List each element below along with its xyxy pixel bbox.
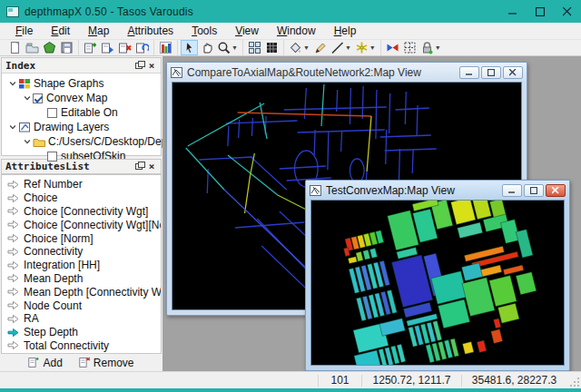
attribute-item-connectivity[interactable]: Connectivity xyxy=(2,245,161,259)
axial-tool-icon xyxy=(355,41,369,54)
join-tool-button[interactable] xyxy=(384,40,401,55)
mdi-area: CompareToAxialMap&RouteNetwork2:Map View xyxy=(162,56,581,371)
map-delete-button[interactable] xyxy=(116,40,133,55)
tile-windows-icon xyxy=(248,41,261,54)
save-button[interactable] xyxy=(58,40,75,55)
statusbar: 101 1250.72, 1211.7 35481.6, 28227.3 xyxy=(0,371,581,388)
status-map-coords: 35481.6, 28227.3 xyxy=(461,375,566,387)
float-panel-icon[interactable] xyxy=(133,60,144,71)
child-minimize-button[interactable] xyxy=(459,66,479,79)
convex-window-titlebar[interactable]: TestConvexMap:Map View xyxy=(306,181,569,200)
pan-tool-button[interactable] xyxy=(198,40,215,55)
chevron-down-icon[interactable] xyxy=(7,122,18,132)
child-maximize-button[interactable] xyxy=(524,184,544,197)
index-panel: Index × Shape GraphsConvex MapEditable O… xyxy=(1,57,162,156)
map-view-icon xyxy=(310,185,321,196)
child-close-button[interactable] xyxy=(503,66,523,79)
fill-tool-button[interactable]: ▼ xyxy=(287,40,311,55)
menu-item-tools[interactable]: Tools xyxy=(183,24,225,38)
menu-item-attributes[interactable]: Attributes xyxy=(119,24,182,38)
tile-windows-button[interactable] xyxy=(246,40,263,55)
checkbox-unchecked[interactable] xyxy=(47,108,57,118)
attribute-item-choice-connectivity-wgt[interactable]: Choice [Connectivity Wgt] xyxy=(2,205,161,219)
index-panel-title: Index xyxy=(5,60,35,72)
attribute-item-mean-depth[interactable]: Mean Depth xyxy=(2,272,161,286)
float-panel-icon[interactable] xyxy=(133,162,144,172)
child-close-button[interactable] xyxy=(546,184,566,197)
axial-window-titlebar[interactable]: CompareToAxialMap&RouteNetwork2:Map View xyxy=(167,63,527,82)
tree-item-shape-graphs[interactable]: Shape Graphs xyxy=(2,76,161,91)
new-file-button[interactable] xyxy=(6,40,24,55)
maximize-button[interactable] xyxy=(527,0,554,23)
attribute-item-choice-norm[interactable]: Choice [Norm] xyxy=(2,231,161,245)
menu-item-window[interactable]: Window xyxy=(269,24,324,38)
new-file-icon xyxy=(8,41,22,54)
attribute-item-mean-depth-connectivity-wgt[interactable]: Mean Depth [Connectivity Wgt] xyxy=(2,285,161,299)
menu-item-help[interactable]: Help xyxy=(326,24,365,38)
add-attribute-button[interactable]: Add xyxy=(28,357,62,369)
map-new-icon xyxy=(84,41,97,54)
attribute-label: Choice [Connectivity Wgt] xyxy=(24,205,148,218)
menu-item-file[interactable]: File xyxy=(7,24,41,38)
attribute-item-ra[interactable]: RA xyxy=(2,312,161,326)
child-minimize-button[interactable] xyxy=(502,184,522,197)
axial-tool-dropdown-icon[interactable]: ▼ xyxy=(369,44,376,51)
attribute-item-total-connectivity[interactable]: Total Connectivity xyxy=(2,339,161,353)
attribute-label: Total Connectivity xyxy=(24,339,109,352)
axial-tool-button[interactable]: ▼ xyxy=(353,40,378,55)
menu-item-map[interactable]: Map xyxy=(80,24,117,38)
chevron-down-icon[interactable] xyxy=(22,136,33,147)
resize-grip[interactable] xyxy=(566,374,581,388)
grid-select-icon xyxy=(403,41,417,54)
select-tool-button[interactable] xyxy=(181,40,198,55)
menu-item-view[interactable]: View xyxy=(227,24,267,38)
open-map-button[interactable] xyxy=(41,40,58,55)
pan-tool-icon xyxy=(200,41,213,54)
map-convert-button[interactable] xyxy=(133,40,151,55)
checkbox-checked[interactable] xyxy=(33,93,43,103)
child-maximize-button[interactable] xyxy=(481,66,501,79)
chevron-down-icon[interactable] xyxy=(7,78,18,89)
pixel-grid-button[interactable] xyxy=(263,40,281,55)
minimize-button[interactable] xyxy=(499,0,527,23)
close-button[interactable] xyxy=(554,0,581,23)
remove-icon xyxy=(79,357,91,368)
tree-item-editable-on[interactable]: Editable On xyxy=(2,105,161,120)
map-delete-icon xyxy=(118,41,132,54)
lock-tool-button[interactable]: ▼ xyxy=(419,40,443,55)
checkbox-unchecked[interactable] xyxy=(47,152,57,162)
fill-tool-dropdown-icon[interactable]: ▼ xyxy=(303,44,310,51)
tree-item-c-users-c-desktop-dept[interactable]: C:/Users/C/Desktop/Dept... xyxy=(2,134,161,149)
window-title: depthmapX 0.50 - Tasos Varoudis xyxy=(25,5,193,18)
attribute-item-node-count[interactable]: Node Count xyxy=(2,299,161,312)
open-file-button[interactable] xyxy=(24,40,41,55)
close-panel-icon[interactable]: × xyxy=(146,162,157,172)
titlebar[interactable]: depthmapX 0.50 - Tasos Varoudis xyxy=(0,0,581,23)
tree-item-label: Drawing Layers xyxy=(34,121,109,133)
attribute-arrow-icon xyxy=(7,273,19,283)
map-new-button[interactable] xyxy=(82,40,99,55)
attribute-item-choice[interactable]: Choice xyxy=(2,191,161,205)
menu-item-edit[interactable]: Edit xyxy=(43,24,78,38)
map-push-button[interactable] xyxy=(99,40,116,55)
close-panel-icon[interactable]: × xyxy=(146,60,157,71)
zoom-tool-dropdown-icon[interactable]: ▼ xyxy=(231,44,238,51)
lock-tool-dropdown-icon[interactable]: ▼ xyxy=(435,44,441,51)
attribute-label: Choice [Norm] xyxy=(24,232,94,245)
status-cursor-coords: 1250.72, 1211.7 xyxy=(361,375,461,387)
tree-item-convex-map[interactable]: Convex Map xyxy=(2,91,161,105)
color-range-button[interactable] xyxy=(157,40,174,55)
zoom-tool-button[interactable]: ▼ xyxy=(215,40,240,55)
line-tool-dropdown-icon[interactable]: ▼ xyxy=(345,44,351,51)
pencil-tool-button[interactable] xyxy=(311,40,329,55)
remove-attribute-button[interactable]: Remove xyxy=(79,357,134,369)
chevron-down-icon[interactable] xyxy=(22,93,33,103)
attribute-item-ref-number[interactable]: Ref Number xyxy=(2,178,161,191)
attribute-item-choice-connectivity-wgt-norm[interactable]: Choice [Connectivity Wgt][Norm] xyxy=(2,218,161,231)
grid-select-button[interactable] xyxy=(401,40,419,55)
attribute-item-integration-hh[interactable]: Integration [HH] xyxy=(2,259,161,272)
convex-map-canvas[interactable] xyxy=(310,200,565,366)
tree-item-drawing-layers[interactable]: Drawing Layers xyxy=(2,120,161,134)
attribute-item-step-depth[interactable]: Step Depth xyxy=(2,326,161,339)
line-tool-button[interactable]: ▼ xyxy=(329,40,353,55)
